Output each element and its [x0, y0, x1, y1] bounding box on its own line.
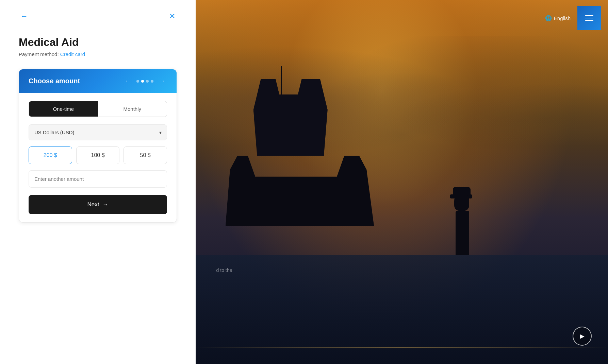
tab-monthly[interactable]: Monthly — [98, 101, 167, 117]
play-icon: ▶ — [580, 332, 585, 340]
card-prev-arrow[interactable]: ← — [123, 77, 133, 85]
next-button[interactable]: Next → — [29, 195, 167, 214]
dot-1 — [136, 80, 139, 83]
nav-row: ← ✕ — [19, 10, 177, 22]
back-button[interactable]: ← — [19, 10, 30, 22]
custom-amount-input[interactable] — [29, 170, 167, 188]
donation-card: Choose amount ← → One-time Monthly — [19, 69, 177, 223]
payment-method-row: Payment method: Credit card — [19, 51, 177, 57]
payment-method-link[interactable]: Credit card — [60, 51, 85, 57]
currency-select[interactable]: US Dollars (USD) — [29, 124, 167, 140]
page-title: Medical Aid — [19, 36, 177, 49]
language-button[interactable]: 🌐 English — [545, 15, 571, 21]
amount-btn-100[interactable]: 100 $ — [76, 146, 120, 164]
payment-method-label: Payment method: — [19, 51, 59, 57]
amount-btn-200[interactable]: 200 $ — [29, 146, 72, 164]
dot-4 — [151, 80, 153, 83]
language-label: English — [554, 15, 571, 21]
ship-silhouette — [216, 98, 402, 226]
top-bar: 🌐 English — [196, 0, 608, 36]
card-next-arrow[interactable]: → — [157, 77, 167, 85]
currency-wrapper: US Dollars (USD) ▾ — [29, 124, 167, 140]
card-body: One-time Monthly US Dollars (USD) ▾ 200 … — [19, 93, 177, 222]
water-shimmer — [196, 347, 608, 348]
play-button[interactable]: ▶ — [573, 327, 592, 346]
background-scene — [196, 0, 608, 364]
person-body — [456, 211, 469, 255]
person-silhouette — [449, 187, 476, 255]
tab-one-time[interactable]: One-time — [29, 101, 98, 117]
frequency-tabs: One-time Monthly — [29, 101, 167, 117]
card-header: Choose amount ← → — [19, 69, 177, 93]
water — [196, 255, 608, 364]
left-panel: ← ✕ Medical Aid Payment method: Credit c… — [0, 0, 196, 364]
globe-icon: 🌐 — [545, 15, 552, 21]
amount-buttons: 200 $ 100 $ 50 $ — [29, 146, 167, 164]
dot-2 — [141, 80, 144, 83]
person-head — [454, 192, 469, 211]
amount-btn-50[interactable]: 50 $ — [124, 146, 167, 164]
hamburger-line-3 — [585, 20, 593, 21]
card-header-title: Choose amount — [29, 77, 80, 85]
next-arrow-icon: → — [102, 201, 108, 208]
progress-dots — [136, 80, 153, 83]
dot-3 — [146, 80, 149, 83]
menu-button[interactable] — [577, 6, 601, 30]
right-panel: 🌐 English d to the ▶ — [196, 0, 608, 364]
body-text-overlay: d to the — [216, 267, 232, 273]
hamburger-line-2 — [585, 18, 593, 19]
next-label: Next — [87, 201, 99, 208]
ship-body — [226, 156, 374, 226]
hamburger-line-1 — [585, 15, 593, 16]
close-button[interactable]: ✕ — [167, 10, 177, 22]
card-header-nav: ← → — [123, 77, 167, 85]
